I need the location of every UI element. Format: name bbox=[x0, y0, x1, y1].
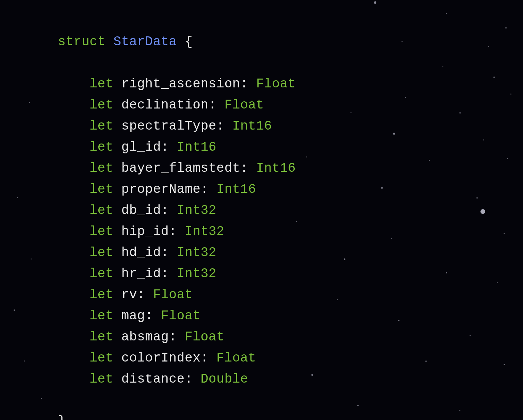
field-line: let colorIndex: Float bbox=[58, 348, 351, 369]
keyword-let: let bbox=[89, 287, 113, 302]
star-icon bbox=[459, 410, 460, 411]
field-name: right_ascension bbox=[121, 77, 240, 91]
field-name: declination bbox=[121, 98, 208, 112]
star-icon bbox=[510, 94, 511, 95]
keyword-let: let bbox=[89, 161, 113, 175]
star-icon bbox=[504, 364, 505, 365]
field-line: let bayer_flamstedt: Int16 bbox=[58, 158, 351, 179]
keyword-let: let bbox=[89, 330, 113, 344]
field-line: let distance: Double bbox=[58, 369, 351, 390]
star-icon bbox=[24, 360, 25, 362]
keyword-struct: struct bbox=[58, 34, 105, 49]
star-icon bbox=[381, 187, 383, 189]
star-icon bbox=[357, 405, 359, 406]
star-icon bbox=[425, 360, 427, 362]
star-icon bbox=[405, 97, 406, 98]
keyword-let: let bbox=[89, 308, 113, 323]
star-icon bbox=[470, 335, 471, 336]
field-type: Int32 bbox=[177, 245, 217, 260]
keyword-let: let bbox=[89, 351, 113, 365]
field-type: Int16 bbox=[216, 182, 256, 197]
field-type: Float bbox=[224, 98, 264, 112]
star-icon bbox=[31, 258, 32, 259]
brace-open: { bbox=[185, 34, 193, 49]
field-line: let spectralType: Int16 bbox=[58, 116, 351, 137]
brace-close: } bbox=[58, 414, 66, 420]
star-icon bbox=[505, 27, 507, 29]
star-icon bbox=[14, 309, 15, 311]
star-icon bbox=[493, 77, 495, 78]
field-name: properName bbox=[121, 182, 200, 197]
star-icon bbox=[488, 46, 489, 47]
field-line: let db_id: Int32 bbox=[58, 200, 351, 221]
code-block: struct StarData { let right_ascension: F… bbox=[58, 10, 351, 420]
keyword-let: let bbox=[89, 77, 113, 91]
struct-fields: let right_ascension: Float let declinati… bbox=[58, 73, 351, 390]
star-icon bbox=[41, 398, 42, 399]
struct-name: StarData bbox=[113, 34, 177, 49]
field-name: gl_id bbox=[121, 140, 161, 154]
star-icon bbox=[497, 282, 498, 283]
field-type: Float bbox=[185, 330, 225, 344]
field-type: Int16 bbox=[256, 161, 296, 175]
keyword-let: let bbox=[89, 119, 113, 133]
field-name: hd_id bbox=[121, 245, 161, 260]
struct-decl-line: struct StarData { bbox=[58, 31, 351, 52]
field-line: let rv: Float bbox=[58, 284, 351, 305]
star-icon bbox=[476, 197, 478, 199]
field-line: let right_ascension: Float bbox=[58, 73, 351, 95]
star-icon bbox=[393, 133, 395, 135]
star-icon bbox=[398, 320, 399, 321]
field-type: Float bbox=[216, 351, 256, 365]
star-icon bbox=[446, 272, 447, 273]
field-name: hr_id bbox=[121, 266, 161, 281]
field-type: Double bbox=[201, 372, 248, 386]
star-icon bbox=[442, 66, 443, 67]
field-line: let properName: Int16 bbox=[58, 179, 351, 200]
star-icon bbox=[483, 139, 484, 140]
keyword-let: let bbox=[89, 203, 113, 218]
field-name: absmag bbox=[121, 330, 169, 344]
star-icon bbox=[374, 1, 376, 4]
field-name: spectralType bbox=[121, 119, 216, 133]
keyword-let: let bbox=[89, 140, 113, 154]
field-name: distance bbox=[121, 372, 184, 386]
field-line: let gl_id: Int16 bbox=[58, 137, 351, 158]
star-icon bbox=[29, 102, 30, 103]
star-icon bbox=[507, 158, 508, 159]
field-name: rv bbox=[121, 287, 137, 302]
field-line: let hip_id: Int32 bbox=[58, 221, 351, 242]
keyword-let: let bbox=[89, 182, 113, 197]
star-icon bbox=[391, 238, 392, 239]
star-icon bbox=[17, 197, 18, 198]
star-icon bbox=[459, 112, 461, 114]
keyword-let: let bbox=[89, 372, 113, 386]
field-name: bayer_flamstedt bbox=[121, 161, 240, 175]
field-name: hip_id bbox=[121, 224, 169, 239]
field-line: let absmag: Float bbox=[58, 326, 351, 348]
star-icon bbox=[402, 41, 403, 42]
field-type: Int32 bbox=[185, 224, 225, 239]
field-name: colorIndex bbox=[121, 351, 200, 365]
field-type: Float bbox=[161, 308, 201, 323]
field-line: let declination: Float bbox=[58, 95, 351, 116]
field-line: let hr_id: Int32 bbox=[58, 263, 351, 284]
field-type: Int16 bbox=[232, 119, 272, 133]
keyword-let: let bbox=[89, 266, 113, 281]
field-name: db_id bbox=[121, 203, 161, 218]
keyword-let: let bbox=[89, 98, 113, 112]
field-type: Float bbox=[256, 77, 296, 91]
field-type: Int16 bbox=[177, 140, 217, 154]
star-icon bbox=[504, 233, 505, 234]
field-type: Int32 bbox=[177, 203, 217, 218]
field-line: let mag: Float bbox=[58, 305, 351, 326]
star-icon bbox=[446, 13, 447, 14]
keyword-let: let bbox=[89, 224, 113, 239]
star-icon bbox=[429, 160, 430, 161]
field-type: Int32 bbox=[177, 266, 217, 281]
star-icon bbox=[480, 209, 485, 214]
keyword-let: let bbox=[89, 245, 113, 260]
field-name: mag bbox=[121, 308, 145, 323]
field-line: let hd_id: Int32 bbox=[58, 242, 351, 263]
field-type: Float bbox=[153, 287, 193, 302]
